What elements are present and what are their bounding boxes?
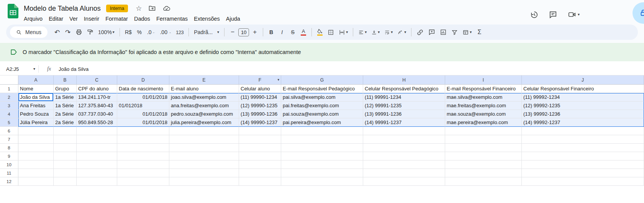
cell-F3[interactable]: (12) 99990-1235: [239, 102, 281, 110]
cell-C4[interactable]: 037.737.030-40: [77, 110, 117, 118]
cell-G6[interactable]: [281, 127, 363, 135]
cell-B4[interactable]: 2a Série: [54, 110, 77, 118]
cell-I1[interactable]: E-mail Responsável Financeiro: [445, 85, 522, 93]
menu-ferramentas[interactable]: Ferramentas: [153, 15, 191, 23]
currency-format-button[interactable]: R$: [123, 27, 134, 38]
document-title[interactable]: Modelo de Tabela Alunos: [24, 5, 101, 13]
cell-C7[interactable]: [77, 135, 117, 144]
cell-H9[interactable]: [363, 152, 445, 160]
cell-E8[interactable]: [169, 144, 239, 152]
cell-B5[interactable]: 2a Série: [54, 118, 77, 127]
cell-G12[interactable]: [281, 177, 363, 186]
menus-search-button[interactable]: Menus: [10, 26, 48, 38]
cell-C1[interactable]: CPF do aluno: [77, 85, 117, 93]
cell-J2[interactable]: (11) 99992-1234: [522, 93, 644, 102]
cell-C8[interactable]: [77, 144, 117, 152]
menu-inserir[interactable]: Inserir: [81, 15, 102, 23]
cell-I6[interactable]: [445, 127, 522, 135]
cell-A9[interactable]: [18, 152, 54, 160]
cell-I12[interactable]: [445, 177, 522, 186]
star-icon[interactable]: ☆: [136, 5, 142, 12]
redo-button[interactable]: ↷: [63, 27, 73, 38]
insert-comment-button[interactable]: [426, 27, 437, 38]
cell-I10[interactable]: [445, 160, 522, 169]
paint-format-button[interactable]: [85, 27, 95, 38]
cell-G2[interactable]: pai.silva@exemplo.com: [281, 93, 363, 102]
fill-color-button[interactable]: [315, 27, 325, 38]
menu-ver[interactable]: Ver: [66, 15, 81, 23]
cell-I5[interactable]: mae.pereira@exemplo.com: [445, 118, 522, 127]
cell-C6[interactable]: [77, 127, 117, 135]
share-button[interactable]: [633, 2, 644, 24]
cell-J1[interactable]: Celular Responsável Financeiro: [522, 85, 644, 93]
version-history-icon[interactable]: [530, 10, 539, 19]
column-header-I[interactable]: I: [445, 75, 522, 85]
cell-G10[interactable]: [281, 160, 363, 169]
cell-B3[interactable]: 1a Série: [54, 102, 77, 110]
comments-icon[interactable]: [549, 10, 557, 19]
cell-D7[interactable]: [117, 135, 169, 144]
column-header-D[interactable]: D: [117, 75, 169, 85]
text-wrap-button[interactable]: ▾: [382, 27, 395, 38]
bold-button[interactable]: B: [266, 27, 276, 38]
vertical-align-button[interactable]: ▾: [369, 27, 382, 38]
cell-A7[interactable]: [18, 135, 54, 144]
cell-J8[interactable]: [522, 144, 644, 152]
cell-A4[interactable]: Pedro Souza: [18, 110, 54, 118]
cell-C5[interactable]: 950.849.550-28: [77, 118, 117, 127]
row-header-4[interactable]: 4: [0, 110, 18, 118]
cell-I11[interactable]: [445, 169, 522, 177]
column-header-C[interactable]: C: [77, 75, 117, 85]
row-header-2[interactable]: 2: [0, 93, 18, 102]
cell-F4[interactable]: (13) 99990-1236: [239, 110, 281, 118]
cell-A6[interactable]: [18, 127, 54, 135]
cell-G5[interactable]: pai.pereira@exemplo.com: [281, 118, 363, 127]
cell-H12[interactable]: [363, 177, 445, 186]
row-header-8[interactable]: 8: [0, 144, 18, 152]
row-header-10[interactable]: 10: [0, 160, 18, 169]
menu-ajuda[interactable]: Ajuda: [223, 15, 243, 23]
print-button[interactable]: [74, 27, 84, 38]
cell-H4[interactable]: (13) 99991-1236: [363, 110, 445, 118]
cell-J9[interactable]: [522, 152, 644, 160]
select-all-corner[interactable]: [0, 75, 18, 85]
number-format-button[interactable]: 123: [174, 27, 185, 38]
cell-H3[interactable]: (12) 99991-1235: [363, 102, 445, 110]
cell-F5[interactable]: (14) 99990-1237: [239, 118, 281, 127]
row-header-9[interactable]: 9: [0, 152, 18, 160]
cell-F1[interactable]: Celular aluno: [239, 85, 281, 93]
cell-A3[interactable]: Ana Freitas: [18, 102, 54, 110]
cell-E3[interactable]: ana.freitas@exemplo.com: [169, 102, 239, 110]
cell-J11[interactable]: [522, 169, 644, 177]
cell-C10[interactable]: [77, 160, 117, 169]
cell-D5[interactable]: 01/01/2018: [117, 118, 169, 127]
column-dropdown-icon[interactable]: ▾: [277, 78, 279, 82]
cell-D4[interactable]: 01/01/2018: [117, 110, 169, 118]
cell-B9[interactable]: [54, 152, 77, 160]
cell-E1[interactable]: E-mail aluno: [169, 85, 239, 93]
cell-I7[interactable]: [445, 135, 522, 144]
column-header-B[interactable]: B: [54, 75, 77, 85]
cell-I2[interactable]: mae.silva@exemplo.com: [445, 93, 522, 102]
cell-J4[interactable]: (13) 99992-1236: [522, 110, 644, 118]
cell-B11[interactable]: [54, 169, 77, 177]
cell-H10[interactable]: [363, 160, 445, 169]
cell-I9[interactable]: [445, 152, 522, 160]
merge-cells-button[interactable]: ▾: [337, 27, 350, 38]
menu-formatar[interactable]: Formatar: [102, 15, 131, 23]
row-header-12[interactable]: 12: [0, 177, 18, 186]
cell-E12[interactable]: [169, 177, 239, 186]
row-header-7[interactable]: 7: [0, 135, 18, 144]
cell-F8[interactable]: [239, 144, 281, 152]
create-filter-button[interactable]: [449, 27, 460, 38]
horizontal-align-button[interactable]: ▾: [356, 27, 369, 38]
increase-decimal-button[interactable]: .00→: [158, 27, 173, 38]
cell-E7[interactable]: [169, 135, 239, 144]
cell-F11[interactable]: [239, 169, 281, 177]
cell-E9[interactable]: [169, 152, 239, 160]
meet-button[interactable]: ▾: [567, 10, 580, 19]
menu-dados[interactable]: Dados: [131, 15, 153, 23]
table-views-button[interactable]: ▾: [460, 27, 474, 38]
insert-link-button[interactable]: [415, 27, 426, 38]
cell-J10[interactable]: [522, 160, 644, 169]
